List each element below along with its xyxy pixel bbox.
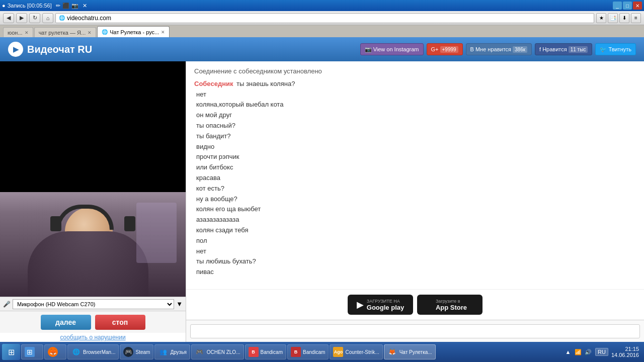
back-button[interactable]: ◀ bbox=[3, 13, 14, 23]
clock: 21:15 14.06.2016 bbox=[611, 346, 639, 358]
stop-button[interactable]: стоп bbox=[95, 315, 145, 330]
tab-3-close[interactable]: ✕ bbox=[161, 30, 165, 35]
chat-messages: Соединение с собеседником установлено Со… bbox=[186, 61, 644, 289]
chatroulette-icon: 🦊 bbox=[387, 347, 397, 357]
report-link[interactable]: сообщить о нарушении bbox=[60, 334, 125, 341]
msg-plain-5: ты бандит? bbox=[194, 132, 231, 140]
msg-plain-14: колян сзади тебя bbox=[194, 226, 248, 234]
header-buttons: 📷 View on Instagram G+ +9999 В Мне нрави… bbox=[360, 43, 636, 55]
taskbar-item-steam[interactable]: 🎮 Steam bbox=[120, 344, 153, 359]
app-store-button[interactable]: Загрузите в App Store bbox=[417, 295, 482, 315]
tab-3[interactable]: 🌐 Чат Рулетка - рус... ✕ bbox=[97, 26, 170, 37]
chat-message-15: пол bbox=[194, 236, 636, 246]
msg-plain-7: прочти рэпчик bbox=[194, 153, 239, 160]
taskbar-item-friends[interactable]: 👥 Друзья bbox=[154, 344, 190, 359]
taskbar-item-win[interactable]: ⊞ bbox=[21, 344, 43, 359]
chat-message-16: нет bbox=[194, 246, 636, 257]
local-video bbox=[0, 192, 186, 297]
msg-plain-3: он мой друг bbox=[194, 111, 232, 119]
msg-plain-10: кот есть? bbox=[194, 185, 224, 192]
msg-plain-4: ты опасный? bbox=[194, 122, 235, 129]
refresh-button[interactable]: ↻ bbox=[29, 13, 40, 23]
friends-icon: 👥 bbox=[158, 347, 168, 357]
browser2-icon: 🌐 bbox=[71, 347, 81, 357]
mic-select[interactable]: Микрофон (HD Webcam C270) bbox=[13, 299, 174, 309]
star-button[interactable]: ★ bbox=[596, 13, 606, 23]
taskbar-item-game[interactable]: 🎮 OCHEN ZLO... bbox=[191, 344, 244, 359]
chat-panel: Соединение с собеседником установлено Со… bbox=[186, 61, 644, 342]
maximize-button[interactable]: □ bbox=[623, 2, 632, 10]
chat-message-12: колян его ща выюбет bbox=[194, 204, 636, 215]
instagram-button[interactable]: 📷 View on Instagram bbox=[360, 43, 424, 55]
home-button[interactable]: ⌂ bbox=[42, 13, 53, 23]
gplus-button[interactable]: G+ +9999 bbox=[427, 43, 463, 55]
volume-icon[interactable]: 🔊 bbox=[584, 348, 592, 356]
app-store-row: ▶ ЗАГРУЗИТЕ НА Google play Загрузите в A… bbox=[186, 289, 644, 320]
taskbar-item-browser1[interactable]: 🦊 bbox=[44, 344, 66, 359]
edit-icon: ✏ bbox=[56, 3, 60, 9]
forward-button[interactable]: ▶ bbox=[16, 13, 27, 23]
game-label: OCHEN ZLO... bbox=[207, 349, 240, 355]
msg-plain-1: нет bbox=[194, 90, 206, 98]
close-tab-icon[interactable]: ✕ bbox=[83, 3, 87, 9]
title-bar-controls: _ □ ✕ bbox=[613, 2, 642, 10]
vk-count: 386к bbox=[513, 46, 527, 53]
chatroulette-label: Чат Рулетка... bbox=[399, 349, 432, 355]
google-play-sub: ЗАГРУЗИТЕ НА bbox=[367, 299, 404, 304]
taskbar: ⊞ ⊞ 🦊 🌐 BrowserMan... 🎮 Steam 👥 Друзья 🎮… bbox=[0, 342, 644, 362]
connection-status: Соединение с собеседником установлено bbox=[194, 66, 636, 77]
browser2-label: BrowserMan... bbox=[83, 349, 115, 355]
google-play-button[interactable]: ▶ ЗАГРУЗИТЕ НА Google play bbox=[348, 295, 413, 315]
start-button[interactable]: ⊞ bbox=[2, 344, 20, 360]
taskbar-item-bandicam1[interactable]: B Bandicam bbox=[245, 344, 286, 359]
fb-button[interactable]: f Нравится 11 тыс bbox=[535, 43, 592, 55]
msg-author: Собеседник bbox=[194, 79, 234, 89]
msg-plain-18: пивас bbox=[194, 268, 214, 276]
minimize-button[interactable]: _ bbox=[613, 2, 622, 10]
address-bar[interactable]: 🌐 videochatru.com bbox=[55, 13, 594, 23]
vk-button[interactable]: В Мне нравится 386к bbox=[466, 43, 532, 55]
cam-icon: 📷 bbox=[71, 3, 78, 9]
taskbar-item-browser2[interactable]: 🌐 BrowserMan... bbox=[67, 344, 119, 359]
chat-input[interactable] bbox=[190, 324, 640, 338]
page-content: ▶ Видеочат RU 📷 View on Instagram G+ +99… bbox=[0, 37, 644, 342]
tab-1-close[interactable]: ✕ bbox=[25, 30, 29, 35]
tray-arrow[interactable]: ▲ bbox=[564, 348, 572, 356]
tw-icon: 🐦 bbox=[600, 46, 607, 53]
title-bar-left: ● Запись [00:05:56] ✏ ⬛ 📷 ✕ bbox=[2, 3, 87, 9]
chat-message-17: ты любишь бухать? bbox=[194, 256, 636, 267]
msg-plain-11: ну а вообще? bbox=[194, 195, 237, 203]
tab-2[interactable]: чат рулетка — Я... ✕ bbox=[34, 27, 97, 37]
friends-label: Друзья bbox=[170, 349, 186, 355]
download-button[interactable]: ⬇ bbox=[619, 13, 629, 23]
taskbar-item-chatroulette[interactable]: 🦊 Чат Рулетка... bbox=[384, 344, 436, 359]
chat-message-6: видно bbox=[194, 142, 636, 152]
taskbar-item-bandicam2[interactable]: B Bandicam bbox=[287, 344, 329, 359]
taskbar-item-cs[interactable]: Ago Counter-Strik... bbox=[330, 344, 382, 359]
video-panel: 🎤 Микрофон (HD Webcam C270) ▼ далее стоп… bbox=[0, 61, 186, 342]
close-button[interactable]: ✕ bbox=[633, 2, 642, 10]
game-icon: 🎮 bbox=[195, 347, 205, 357]
title-bar: ● Запись [00:05:56] ✏ ⬛ 📷 ✕ _ □ ✕ bbox=[0, 0, 644, 11]
tw-button[interactable]: 🐦 Твитнуть bbox=[595, 43, 636, 55]
chat-message-10: кот есть? bbox=[194, 184, 636, 194]
tab-3-favicon: 🌐 bbox=[102, 29, 108, 35]
browser-chrome: ◀ ▶ ↻ ⌂ 🌐 videochatru.com ★ 📑 ⬇ ≡ bbox=[0, 11, 644, 25]
bandicam1-label: Bandicam bbox=[261, 349, 283, 355]
language-button[interactable]: RU bbox=[595, 348, 608, 356]
chat-message-14: колян сзади тебя bbox=[194, 225, 636, 236]
browser1-icon: 🦊 bbox=[48, 347, 58, 357]
tw-label: Твитнуть bbox=[608, 46, 631, 52]
chat-message-4: ты опасный? bbox=[194, 121, 636, 131]
bookmark-button[interactable]: 📑 bbox=[608, 13, 618, 23]
tab-2-label: чат рулетка — Я... bbox=[39, 30, 86, 36]
tab-2-close[interactable]: ✕ bbox=[88, 30, 92, 35]
next-button[interactable]: далее bbox=[41, 315, 91, 330]
menu-button[interactable]: ≡ bbox=[631, 13, 641, 23]
google-play-label: Google play bbox=[367, 304, 404, 311]
tab-1[interactable]: юон... ✕ bbox=[3, 27, 33, 37]
cs-label: Counter-Strik... bbox=[345, 349, 379, 355]
favicon: 🌐 bbox=[59, 15, 65, 21]
stop-icon: ⬛ bbox=[62, 3, 69, 9]
browser-actions: ★ 📑 ⬇ ≡ bbox=[596, 13, 641, 23]
